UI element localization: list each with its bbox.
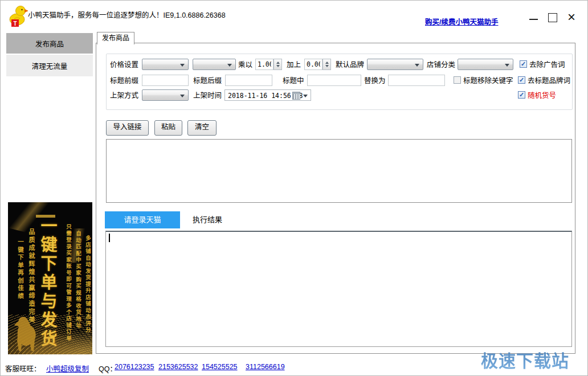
check-icon: ✓ [518, 92, 525, 98]
paste-button[interactable]: 粘贴 [154, 120, 182, 136]
service-wangwang-link[interactable]: 小鸭超级复制 [46, 363, 89, 374]
remove-keyword-checkbox[interactable] [454, 76, 461, 84]
import-links-button[interactable]: 导入链接 [106, 120, 149, 136]
listing-time-label: 上架时间 [193, 92, 222, 100]
default-brand-label: 默认品牌 [336, 61, 364, 69]
shop-category-dropdown[interactable] [458, 59, 513, 70]
calendar-icon [292, 92, 300, 100]
remove-brand-word-checkbox[interactable]: ✓ [518, 76, 525, 84]
download-site-watermark: 极速下载站 [481, 347, 569, 372]
clear-button[interactable]: 清空 [187, 120, 217, 136]
duck-app-icon: T [7, 4, 28, 28]
replace-with-label: 替换为 [364, 77, 386, 85]
remove-keyword-label: 标题移除关键字 [463, 77, 513, 85]
multiply-label: 乘以 [238, 61, 252, 69]
qq-link-4[interactable]: 3112566619 [246, 363, 285, 371]
buy-renew-link[interactable]: 购买/续费小鸭天猫助手 [425, 16, 498, 27]
add-spinner[interactable] [322, 59, 331, 70]
add-label: 加上 [287, 61, 301, 69]
maximize-icon[interactable] [548, 13, 557, 22]
tab-publish[interactable]: 发布商品 [97, 32, 134, 44]
title-suffix-label: 标题后缀 [193, 77, 222, 85]
random-sku-label: 随机货号 [528, 92, 556, 100]
close-icon[interactable]: × [567, 9, 575, 25]
title-prefix-input[interactable] [142, 75, 189, 86]
title-contains-label: 标题中 [283, 77, 304, 85]
listing-method-dropdown[interactable] [142, 89, 189, 101]
text-caret [109, 234, 110, 242]
qq-link-1[interactable]: 2076123235 [115, 363, 154, 371]
execution-result-label: 执行结果 [193, 216, 222, 224]
price-mode-dropdown[interactable] [142, 59, 189, 70]
listing-time-picker[interactable]: 2018-11-16 14:56:18 [224, 89, 311, 101]
shop-category-label: 店铺分类 [427, 61, 455, 69]
service-wangwang-label: 客服旺旺： [5, 363, 41, 374]
price-setting-label: 价格设置 [110, 61, 138, 69]
app-window: T 小鸭天猫助手，服务每一位追逐梦想的人！IE9,1.0.6886.26368 … [0, 0, 588, 376]
qq-link-2[interactable]: 2153625532 [158, 363, 198, 371]
sidebar-item-publish[interactable]: 发布商品 [6, 33, 93, 54]
promo-col-left-outer: 一键下单再创佳绩 [17, 239, 25, 300]
title-prefix-label: 标题前缀 [110, 77, 138, 85]
check-icon: ✓ [520, 61, 526, 67]
minimize-icon[interactable] [529, 19, 538, 20]
links-textarea[interactable] [106, 139, 572, 203]
sidebar-item-clean-no-traffic[interactable]: 清理无流量 [6, 55, 93, 76]
price-field-dropdown[interactable] [193, 59, 236, 70]
promo-banner: 一键下单与发货 品质成就辉煌共赢缔造完美 一键下单再创佳绩 只需登录买家账号即可… [8, 202, 92, 354]
window-title: 小鸭天猫助手，服务每一位追逐梦想的人！IE9,1.0.6886.26368 [28, 9, 226, 20]
title-suffix-input[interactable] [225, 75, 272, 86]
result-textarea[interactable] [105, 231, 572, 347]
svg-text:T: T [13, 21, 17, 27]
check-icon: ✓ [518, 77, 525, 83]
multiply-input[interactable] [255, 59, 273, 70]
sidebar-item-label: 清理无流量 [32, 60, 68, 71]
remove-brand-word-label: 去标题品牌词 [528, 77, 570, 85]
promo-col-left-inner: 品质成就辉煌共赢缔造完美 [27, 228, 36, 324]
default-brand-dropdown[interactable] [367, 59, 423, 70]
add-input[interactable] [304, 59, 322, 70]
login-tmall-button[interactable]: 请登录天猫 [105, 211, 180, 228]
sidebar-item-label: 发布商品 [35, 38, 64, 49]
listing-method-label: 上架方式 [110, 92, 138, 100]
replace-with-input[interactable] [388, 75, 445, 86]
random-sku-checkbox[interactable]: ✓ [518, 91, 525, 99]
remove-ads-label: 去除广告词 [529, 61, 565, 69]
tab-label: 发布商品 [102, 34, 129, 42]
listing-time-value: 2018-11-16 14:56:18 [228, 92, 303, 100]
multiply-spinner[interactable] [273, 59, 282, 70]
title-contains-input[interactable] [307, 75, 361, 86]
qq-link-3[interactable]: 154525525 [202, 363, 238, 371]
gold-horse-icon [10, 316, 40, 352]
remove-ads-checkbox[interactable]: ✓ [520, 60, 527, 68]
